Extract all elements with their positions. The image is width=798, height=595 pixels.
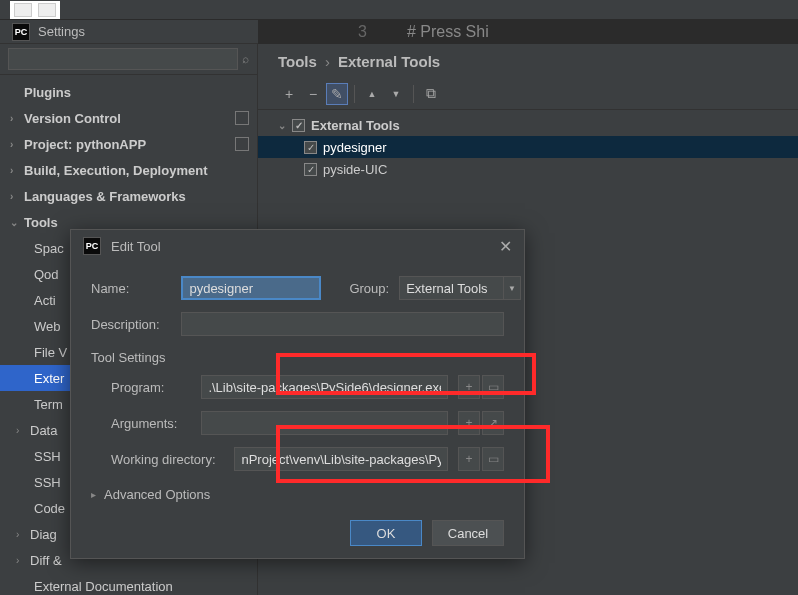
browse-folder-icon[interactable]: ▭	[482, 447, 504, 471]
editor-tabs	[10, 1, 60, 19]
description-label: Description:	[91, 317, 171, 332]
external-tools-tree: ⌄ ✓ External Tools ✓ pydesigner ✓ pyside…	[258, 110, 798, 184]
checkbox-icon[interactable]: ✓	[304, 163, 317, 176]
tab-placeholder-icon	[38, 3, 56, 17]
editor-background: 3 # Press Shi	[258, 20, 798, 44]
ok-button[interactable]: OK	[350, 520, 422, 546]
description-field[interactable]	[181, 312, 504, 336]
restart-indicator-icon	[235, 137, 249, 151]
move-down-button[interactable]: ▼	[385, 83, 407, 105]
cancel-button[interactable]: Cancel	[432, 520, 504, 546]
checkbox-icon[interactable]: ✓	[292, 119, 305, 132]
sidebar-item-plugins[interactable]: Plugins	[0, 79, 257, 105]
separator	[354, 85, 355, 103]
tool-item-pydesigner[interactable]: ✓ pydesigner	[258, 136, 798, 158]
search-icon: ⌕	[242, 52, 249, 66]
advanced-options-toggle[interactable]: ▸ Advanced Options	[91, 477, 504, 512]
tool-group-root[interactable]: ⌄ ✓ External Tools	[258, 114, 798, 136]
tool-settings-section: Tool Settings	[91, 342, 504, 369]
dialog-title: Edit Tool	[111, 239, 161, 254]
sidebar-item-build[interactable]: ›Build, Execution, Deployment	[0, 157, 257, 183]
name-field[interactable]	[181, 276, 321, 300]
chevron-right-icon: ▸	[91, 489, 96, 500]
sidebar-item-languages[interactable]: ›Languages & Frameworks	[0, 183, 257, 209]
expand-icon[interactable]: ↗	[482, 411, 504, 435]
remove-button[interactable]: −	[302, 83, 324, 105]
name-label: Name:	[91, 281, 171, 296]
breadcrumb: Tools › External Tools	[258, 44, 798, 78]
insert-macro-button[interactable]: +	[458, 447, 480, 471]
sidebar-item-version-control[interactable]: ›Version Control	[0, 105, 257, 131]
sidebar-item-project[interactable]: ›Project: pythonAPP	[0, 131, 257, 157]
close-icon[interactable]: ✕	[499, 237, 512, 256]
tool-item-pyside-uic[interactable]: ✓ pyside-UIC	[258, 158, 798, 180]
checkbox-icon[interactable]: ✓	[304, 141, 317, 154]
working-dir-label: Working directory:	[111, 452, 224, 467]
pycharm-icon: PC	[12, 23, 30, 41]
program-field[interactable]	[201, 375, 448, 399]
move-up-button[interactable]: ▲	[361, 83, 383, 105]
insert-macro-button[interactable]: +	[458, 411, 480, 435]
program-label: Program:	[111, 380, 191, 395]
search-input[interactable]	[8, 48, 238, 70]
insert-macro-button[interactable]: +	[458, 375, 480, 399]
copy-button[interactable]: ⧉	[420, 83, 442, 105]
pycharm-icon: PC	[83, 237, 101, 255]
external-tools-toolbar: + − ✎ ▲ ▼ ⧉	[258, 78, 798, 110]
edit-button[interactable]: ✎	[326, 83, 348, 105]
arguments-field[interactable]	[201, 411, 448, 435]
tab-placeholder-icon	[14, 3, 32, 17]
browse-folder-icon[interactable]: ▭	[482, 375, 504, 399]
group-select[interactable]: External Tools ▼	[399, 276, 504, 300]
add-button[interactable]: +	[278, 83, 300, 105]
sidebar-subitem[interactable]: External Documentation	[0, 573, 257, 595]
arguments-label: Arguments:	[111, 416, 191, 431]
group-label: Group:	[349, 281, 389, 296]
restart-indicator-icon	[235, 111, 249, 125]
chevron-down-icon[interactable]: ▼	[503, 276, 521, 300]
working-dir-field[interactable]	[234, 447, 448, 471]
separator	[413, 85, 414, 103]
settings-title: Settings	[38, 24, 85, 39]
edit-tool-dialog: PC Edit Tool ✕ Name: Group: External Too…	[70, 229, 525, 559]
